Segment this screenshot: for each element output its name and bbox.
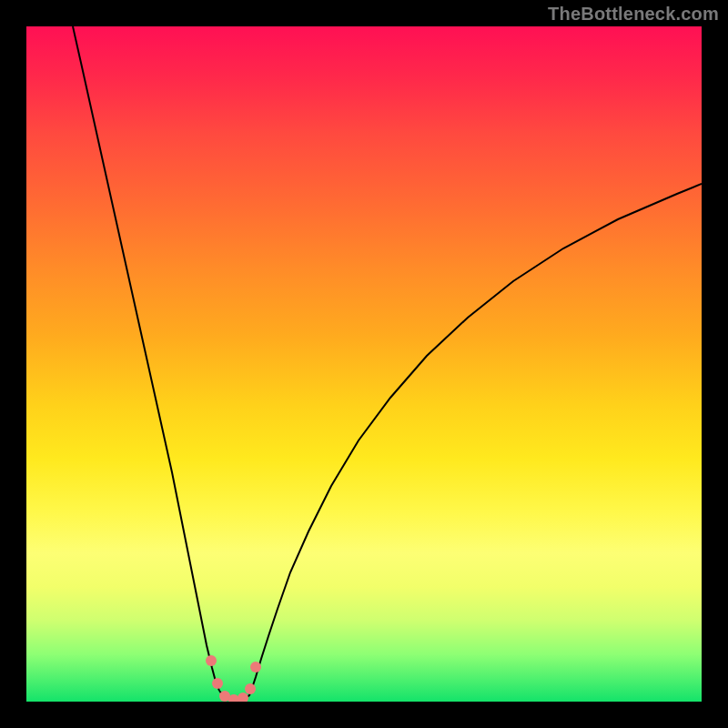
curve-left-branch xyxy=(73,26,219,691)
valley-dot xyxy=(238,693,248,702)
plot-area xyxy=(26,26,702,702)
attribution-label: TheBottleneck.com xyxy=(548,4,719,25)
valley-dot xyxy=(245,683,256,694)
valley-dot xyxy=(206,655,217,666)
valley-dot xyxy=(250,662,261,672)
curve-layer xyxy=(26,26,702,702)
curve-right-branch xyxy=(251,184,702,691)
valley-dot xyxy=(212,678,223,689)
chart-container: TheBottleneck.com xyxy=(0,0,728,728)
